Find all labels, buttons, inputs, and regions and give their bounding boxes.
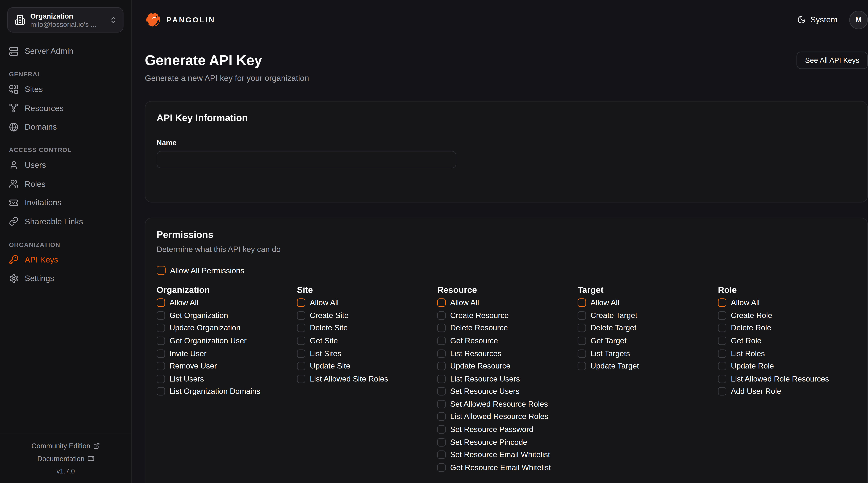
permission-row-target-get-target[interactable]: Get Target xyxy=(578,336,716,345)
checkbox-organization-list-organization-domains[interactable] xyxy=(157,387,165,396)
permission-row-target-update-target[interactable]: Update Target xyxy=(578,362,716,370)
sidebar-item-sites[interactable]: Sites xyxy=(9,83,123,95)
permission-row-resource-allow-all[interactable]: Allow All xyxy=(437,298,575,307)
permission-row-organization-allow-all[interactable]: Allow All xyxy=(157,298,294,307)
checkbox-target-list-targets[interactable] xyxy=(578,349,586,358)
permission-row-organization-remove-user[interactable]: Remove User xyxy=(157,362,294,370)
permission-row-resource-set-resource-email-whitelist[interactable]: Set Resource Email Whitelist xyxy=(437,451,575,459)
user-avatar[interactable]: M xyxy=(849,10,868,29)
checkbox-organization-remove-user[interactable] xyxy=(157,362,165,371)
permission-row-resource-set-resource-pincode[interactable]: Set Resource Pincode xyxy=(437,438,575,446)
checkbox-organization-get-organization[interactable] xyxy=(157,311,165,320)
permission-row-resource-set-allowed-resource-roles[interactable]: Set Allowed Resource Roles xyxy=(437,400,575,409)
permission-row-role-list-allowed-role-resources[interactable]: List Allowed Role Resources xyxy=(718,375,856,383)
permission-row-resource-set-resource-users[interactable]: Set Resource Users xyxy=(437,387,575,396)
permission-row-target-delete-target[interactable]: Delete Target xyxy=(578,324,716,332)
permission-row-site-list-sites[interactable]: List Sites xyxy=(297,349,435,358)
checkbox-site-delete-site[interactable] xyxy=(297,324,305,332)
permission-row-role-allow-all[interactable]: Allow All xyxy=(718,298,856,307)
checkbox-site-create-site[interactable] xyxy=(297,311,305,320)
checkbox-organization-update-organization[interactable] xyxy=(157,324,165,332)
checkbox-resource-set-allowed-resource-roles[interactable] xyxy=(437,400,446,409)
checkbox-organization-list-users[interactable] xyxy=(157,375,165,383)
allow-all-permissions-row[interactable]: Allow All Permissions xyxy=(157,266,856,275)
checkbox-role-get-role[interactable] xyxy=(718,336,726,345)
permission-row-role-add-user-role[interactable]: Add User Role xyxy=(718,387,856,396)
theme-toggle[interactable]: System xyxy=(797,15,837,24)
permission-row-organization-invite-user[interactable]: Invite User xyxy=(157,349,294,358)
checkbox-site-list-allowed-site-roles[interactable] xyxy=(297,375,305,383)
checkbox-resource-get-resource-email-whitelist[interactable] xyxy=(437,463,446,472)
permission-row-target-list-targets[interactable]: List Targets xyxy=(578,349,716,358)
permission-row-site-create-site[interactable]: Create Site xyxy=(297,311,435,320)
checkbox-resource-update-resource[interactable] xyxy=(437,362,446,371)
permission-row-role-create-role[interactable]: Create Role xyxy=(718,311,856,320)
sidebar-item-users[interactable]: Users xyxy=(9,159,123,171)
permission-row-resource-update-resource[interactable]: Update Resource xyxy=(437,362,575,370)
sidebar-item-resources[interactable]: Resources xyxy=(9,102,123,114)
permission-row-organization-update-organization[interactable]: Update Organization xyxy=(157,324,294,332)
checkbox-resource-get-resource[interactable] xyxy=(437,336,446,345)
permission-row-role-list-roles[interactable]: List Roles xyxy=(718,349,856,358)
checkbox-resource-allow-all[interactable] xyxy=(437,298,446,307)
checkbox-organization-get-organization-user[interactable] xyxy=(157,336,165,345)
checkbox-target-allow-all[interactable] xyxy=(578,298,586,307)
checkbox-resource-set-resource-email-whitelist[interactable] xyxy=(437,451,446,459)
permission-row-resource-get-resource[interactable]: Get Resource xyxy=(437,336,575,345)
checkbox-resource-list-resources[interactable] xyxy=(437,349,446,358)
sidebar-item-api-keys[interactable]: API Keys xyxy=(9,253,123,266)
checkbox-role-delete-role[interactable] xyxy=(718,324,726,332)
permission-row-role-update-role[interactable]: Update Role xyxy=(718,362,856,370)
see-all-api-keys-button[interactable]: See All API Keys xyxy=(797,52,868,69)
checkbox-site-allow-all[interactable] xyxy=(297,298,305,307)
permission-row-resource-delete-resource[interactable]: Delete Resource xyxy=(437,324,575,332)
permission-row-resource-list-allowed-resource-roles[interactable]: List Allowed Resource Roles xyxy=(437,413,575,421)
checkbox-site-update-site[interactable] xyxy=(297,362,305,371)
permission-row-target-allow-all[interactable]: Allow All xyxy=(578,298,716,307)
sidebar-item-domains[interactable]: Domains xyxy=(9,121,123,133)
allow-all-permissions-checkbox[interactable] xyxy=(157,266,166,275)
checkbox-role-list-allowed-role-resources[interactable] xyxy=(718,375,726,383)
sidebar-item-shareable-links[interactable]: Shareable Links xyxy=(9,215,123,227)
documentation-link[interactable]: Documentation xyxy=(0,455,131,462)
checkbox-organization-allow-all[interactable] xyxy=(157,298,165,307)
checkbox-organization-invite-user[interactable] xyxy=(157,349,165,358)
organization-selector[interactable]: Organization milo@fossorial.io's ... xyxy=(7,7,123,33)
sidebar-item-roles[interactable]: Roles xyxy=(9,178,123,190)
sidebar-item-invitations[interactable]: Invitations xyxy=(9,196,123,209)
permission-row-resource-list-resource-users[interactable]: List Resource Users xyxy=(437,375,575,383)
checkbox-resource-list-resource-users[interactable] xyxy=(437,375,446,383)
checkbox-resource-set-resource-users[interactable] xyxy=(437,387,446,396)
permission-row-role-delete-role[interactable]: Delete Role xyxy=(718,324,856,332)
permission-row-site-get-site[interactable]: Get Site xyxy=(297,336,435,345)
permission-row-resource-set-resource-password[interactable]: Set Resource Password xyxy=(437,425,575,434)
permission-row-resource-get-resource-email-whitelist[interactable]: Get Resource Email Whitelist xyxy=(437,463,575,472)
permission-row-organization-get-organization[interactable]: Get Organization xyxy=(157,311,294,320)
checkbox-site-list-sites[interactable] xyxy=(297,349,305,358)
permission-row-role-get-role[interactable]: Get Role xyxy=(718,336,856,345)
permission-row-organization-list-organization-domains[interactable]: List Organization Domains xyxy=(157,387,294,396)
checkbox-role-add-user-role[interactable] xyxy=(718,387,726,396)
checkbox-role-allow-all[interactable] xyxy=(718,298,726,307)
sidebar-item-settings[interactable]: Settings xyxy=(9,272,123,284)
permission-row-site-update-site[interactable]: Update Site xyxy=(297,362,435,370)
checkbox-role-update-role[interactable] xyxy=(718,362,726,371)
permission-row-site-delete-site[interactable]: Delete Site xyxy=(297,324,435,332)
checkbox-role-list-roles[interactable] xyxy=(718,349,726,358)
permission-row-organization-get-organization-user[interactable]: Get Organization User xyxy=(157,336,294,345)
checkbox-target-update-target[interactable] xyxy=(578,362,586,371)
checkbox-resource-delete-resource[interactable] xyxy=(437,324,446,332)
checkbox-target-create-target[interactable] xyxy=(578,311,586,320)
checkbox-site-get-site[interactable] xyxy=(297,336,305,345)
permission-row-site-list-allowed-site-roles[interactable]: List Allowed Site Roles xyxy=(297,375,435,383)
permission-row-organization-list-users[interactable]: List Users xyxy=(157,375,294,383)
permission-row-resource-list-resources[interactable]: List Resources xyxy=(437,349,575,358)
sidebar-item-server-admin[interactable]: Server Admin xyxy=(9,45,123,57)
checkbox-role-create-role[interactable] xyxy=(718,311,726,320)
name-input[interactable] xyxy=(157,151,456,168)
checkbox-target-delete-target[interactable] xyxy=(578,324,586,332)
checkbox-resource-set-resource-password[interactable] xyxy=(437,425,446,434)
checkbox-resource-create-resource[interactable] xyxy=(437,311,446,320)
permission-row-site-allow-all[interactable]: Allow All xyxy=(297,298,435,307)
permission-row-resource-create-resource[interactable]: Create Resource xyxy=(437,311,575,320)
